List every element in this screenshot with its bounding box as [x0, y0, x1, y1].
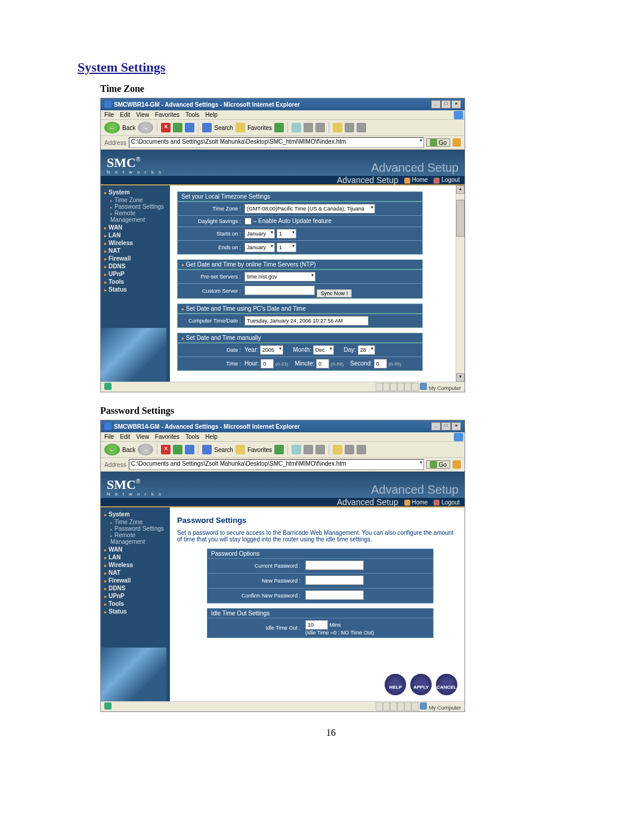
refresh-icon[interactable] [173, 445, 182, 454]
home-icon[interactable] [185, 445, 194, 454]
extra-icon-1[interactable] [345, 123, 354, 132]
menu-favorites[interactable]: Favorites [155, 112, 179, 118]
input-idle-timeout[interactable]: 10 [305, 620, 328, 630]
select-starts-month[interactable]: January [244, 229, 275, 239]
back-button[interactable]: ← [104, 444, 120, 456]
sidebar-item-wireless[interactable]: ▸Wireless [104, 240, 170, 246]
mail-icon[interactable] [292, 445, 301, 454]
extra-icon-2[interactable] [357, 445, 366, 454]
maximize-button[interactable]: □ [441, 100, 451, 109]
sidebar-item-remote-management[interactable]: ▸Remote Management [110, 210, 170, 223]
links-icon[interactable] [453, 138, 461, 147]
edit-icon[interactable] [315, 445, 325, 454]
sidebar-item-timezone[interactable]: ▸Time Zone [110, 519, 170, 525]
history-icon[interactable] [274, 445, 284, 454]
favorites-icon[interactable] [236, 445, 245, 454]
minimize-button[interactable]: _ [431, 422, 441, 431]
select-day[interactable]: 28 [358, 345, 375, 355]
discuss-icon[interactable] [333, 445, 342, 454]
sidebar-item-status[interactable]: ▸Status [104, 286, 170, 293]
sidebar-item-firewall[interactable]: ▸Firewall [104, 577, 170, 584]
extra-icon-2[interactable] [357, 123, 366, 132]
menu-tools[interactable]: Tools [185, 433, 199, 440]
select-preset-server[interactable]: time.nist.gov [244, 272, 315, 281]
sidebar-item-nat[interactable]: ▸NAT [104, 247, 170, 254]
menu-edit[interactable]: Edit [120, 433, 130, 440]
input-second[interactable]: 0 [374, 359, 387, 368]
select-year[interactable]: 2005 [260, 345, 283, 355]
input-custom-server[interactable] [244, 286, 315, 295]
menu-help[interactable]: Help [205, 433, 218, 440]
checkbox-dst[interactable] [244, 218, 252, 225]
sidebar-item-wan[interactable]: ▸WAN [104, 224, 170, 231]
home-link[interactable]: Home [404, 499, 428, 506]
refresh-icon[interactable] [173, 123, 182, 132]
history-icon[interactable] [274, 123, 284, 132]
select-ends-month[interactable]: January [244, 243, 275, 252]
sidebar-item-ddns[interactable]: ▸DDNS [104, 263, 170, 270]
cancel-button[interactable]: CANCEL [436, 674, 457, 695]
sidebar-item-tools[interactable]: ▸Tools [104, 278, 170, 285]
maximize-button[interactable]: □ [441, 422, 451, 431]
sidebar-item-system[interactable]: ▸System [104, 511, 170, 518]
home-icon[interactable] [185, 123, 194, 132]
sidebar-item-wireless[interactable]: ▸Wireless [104, 562, 170, 568]
sidebar-item-password-settings[interactable]: ▸Password Settings [110, 203, 170, 210]
apply-button[interactable]: APPLY [410, 674, 432, 695]
button-sync-now[interactable]: Sync Now ! [317, 289, 352, 298]
favorites-label[interactable]: Favorites [247, 447, 272, 453]
select-month[interactable]: Dec [313, 345, 334, 355]
sidebar-item-tools[interactable]: ▸Tools [104, 600, 170, 607]
close-button[interactable]: × [451, 422, 461, 431]
favorites-label[interactable]: Favorites [247, 125, 272, 131]
sidebar-item-ddns[interactable]: ▸DDNS [104, 585, 170, 592]
stop-icon[interactable]: × [161, 123, 171, 132]
stop-icon[interactable]: × [161, 445, 171, 454]
logout-link[interactable]: Logout [434, 176, 460, 183]
search-label[interactable]: Search [214, 125, 233, 131]
address-field[interactable]: C:\Documents and Settings\Zsolt Mahunka\… [129, 459, 424, 470]
select-ends-day[interactable]: 1 [277, 243, 296, 252]
sidebar-item-system[interactable]: ▸System [104, 189, 170, 196]
input-new-password[interactable] [305, 575, 364, 585]
input-hour[interactable]: 0 [261, 359, 274, 368]
menu-help[interactable]: Help [205, 112, 218, 118]
sidebar-item-status[interactable]: ▸Status [104, 608, 170, 615]
sidebar-item-password-settings[interactable]: ▸Password Settings [110, 525, 170, 532]
menu-file[interactable]: File [104, 112, 114, 118]
discuss-icon[interactable] [333, 123, 342, 132]
search-icon[interactable] [202, 123, 212, 132]
sidebar-item-remote-management[interactable]: ▸Remote Management [110, 532, 170, 545]
links-icon[interactable] [453, 460, 461, 469]
edit-icon[interactable] [315, 123, 325, 132]
sidebar-item-timezone[interactable]: ▸Time Zone [110, 197, 170, 203]
go-button[interactable]: Go [426, 460, 450, 469]
sidebar-item-nat[interactable]: ▸NAT [104, 569, 170, 576]
sidebar-item-firewall[interactable]: ▸Firewall [104, 255, 170, 262]
forward-button[interactable]: → [138, 122, 153, 134]
extra-icon-1[interactable] [345, 445, 354, 454]
sidebar-item-lan[interactable]: ▸LAN [104, 232, 170, 239]
home-link[interactable]: Home [404, 176, 428, 183]
print-icon[interactable] [304, 123, 313, 132]
back-label[interactable]: Back [122, 125, 135, 131]
menu-view[interactable]: View [136, 433, 149, 440]
select-starts-day[interactable]: 1 [277, 229, 296, 239]
search-label[interactable]: Search [214, 447, 233, 453]
search-icon[interactable] [202, 445, 212, 454]
select-timezone[interactable]: (GMT-08:00)Pacific Time (US & Canada); T… [244, 204, 375, 213]
minimize-button[interactable]: _ [431, 100, 441, 109]
menu-edit[interactable]: Edit [120, 112, 130, 118]
back-label[interactable]: Back [122, 447, 135, 453]
menu-tools[interactable]: Tools [185, 112, 199, 118]
scroll-thumb[interactable] [456, 200, 465, 237]
go-button[interactable]: Go [426, 138, 450, 147]
sidebar-item-wan[interactable]: ▸WAN [104, 546, 170, 553]
logout-link[interactable]: Logout [434, 499, 460, 506]
close-button[interactable]: × [451, 100, 461, 109]
sidebar-item-upnp[interactable]: ▸UPnP [104, 271, 170, 277]
menu-file[interactable]: File [104, 433, 114, 440]
menu-favorites[interactable]: Favorites [155, 433, 179, 440]
sidebar-item-lan[interactable]: ▸LAN [104, 554, 170, 561]
scroll-down-arrow[interactable]: ▼ [456, 373, 465, 382]
